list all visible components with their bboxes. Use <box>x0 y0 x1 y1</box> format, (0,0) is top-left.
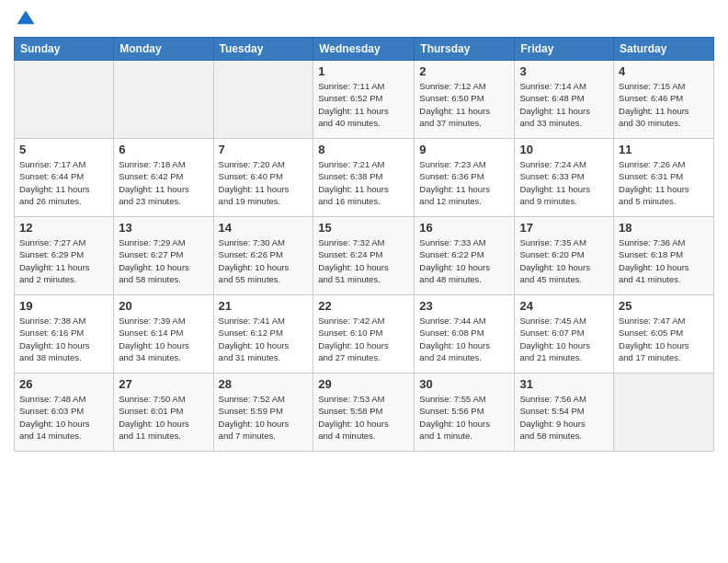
weekday-header-monday: Monday <box>114 38 213 61</box>
calendar-cell: 22Sunrise: 7:42 AM Sunset: 6:10 PM Dayli… <box>313 295 415 373</box>
calendar-cell: 24Sunrise: 7:45 AM Sunset: 6:07 PM Dayli… <box>515 295 614 373</box>
calendar-cell: 2Sunrise: 7:12 AM Sunset: 6:50 PM Daylig… <box>415 61 515 139</box>
day-info: Sunrise: 7:55 AM Sunset: 5:56 PM Dayligh… <box>419 393 509 442</box>
calendar-cell: 1Sunrise: 7:11 AM Sunset: 6:52 PM Daylig… <box>313 61 415 139</box>
day-number: 3 <box>519 64 609 78</box>
calendar-week-row: 19Sunrise: 7:38 AM Sunset: 6:16 PM Dayli… <box>15 295 714 373</box>
day-info: Sunrise: 7:18 AM Sunset: 6:42 PM Dayligh… <box>119 158 208 207</box>
calendar-week-row: 1Sunrise: 7:11 AM Sunset: 6:52 PM Daylig… <box>15 61 714 139</box>
day-number: 27 <box>119 377 208 391</box>
day-number: 13 <box>119 221 208 235</box>
day-info: Sunrise: 7:14 AM Sunset: 6:48 PM Dayligh… <box>519 80 609 129</box>
day-info: Sunrise: 7:27 AM Sunset: 6:29 PM Dayligh… <box>19 236 108 285</box>
weekday-header-sunday: Sunday <box>15 38 114 61</box>
calendar-cell: 14Sunrise: 7:30 AM Sunset: 6:26 PM Dayli… <box>213 217 313 295</box>
day-info: Sunrise: 7:52 AM Sunset: 5:59 PM Dayligh… <box>219 393 309 442</box>
calendar-cell: 27Sunrise: 7:50 AM Sunset: 6:01 PM Dayli… <box>114 373 213 452</box>
day-info: Sunrise: 7:12 AM Sunset: 6:50 PM Dayligh… <box>419 80 509 129</box>
day-info: Sunrise: 7:36 AM Sunset: 6:18 PM Dayligh… <box>619 236 709 285</box>
day-number: 20 <box>119 299 208 313</box>
day-info: Sunrise: 7:39 AM Sunset: 6:14 PM Dayligh… <box>119 315 208 363</box>
day-number: 21 <box>219 299 309 313</box>
calendar-cell: 11Sunrise: 7:26 AM Sunset: 6:31 PM Dayli… <box>614 139 714 217</box>
day-info: Sunrise: 7:35 AM Sunset: 6:20 PM Dayligh… <box>519 236 609 285</box>
calendar-cell <box>213 61 313 139</box>
day-number: 9 <box>419 143 509 156</box>
day-number: 15 <box>318 221 409 235</box>
day-number: 4 <box>619 64 709 78</box>
day-info: Sunrise: 7:33 AM Sunset: 6:22 PM Dayligh… <box>419 236 509 285</box>
day-number: 25 <box>619 299 709 313</box>
day-number: 31 <box>519 377 609 391</box>
calendar-cell: 31Sunrise: 7:56 AM Sunset: 5:54 PM Dayli… <box>515 373 614 452</box>
weekday-header-row: SundayMondayTuesdayWednesdayThursdayFrid… <box>15 38 714 61</box>
day-number: 1 <box>318 64 409 78</box>
calendar-header: SundayMondayTuesdayWednesdayThursdayFrid… <box>15 38 714 61</box>
day-info: Sunrise: 7:23 AM Sunset: 6:36 PM Dayligh… <box>419 158 509 207</box>
day-info: Sunrise: 7:38 AM Sunset: 6:16 PM Dayligh… <box>19 315 108 363</box>
day-number: 28 <box>219 377 309 391</box>
day-info: Sunrise: 7:32 AM Sunset: 6:24 PM Dayligh… <box>318 236 409 285</box>
day-number: 16 <box>419 221 509 235</box>
weekday-header-thursday: Thursday <box>415 38 515 61</box>
calendar-week-row: 5Sunrise: 7:17 AM Sunset: 6:44 PM Daylig… <box>15 139 714 217</box>
logo <box>14 9 36 29</box>
calendar-cell: 7Sunrise: 7:20 AM Sunset: 6:40 PM Daylig… <box>213 139 313 217</box>
day-info: Sunrise: 7:21 AM Sunset: 6:38 PM Dayligh… <box>318 158 409 207</box>
calendar-cell: 12Sunrise: 7:27 AM Sunset: 6:29 PM Dayli… <box>15 217 114 295</box>
day-info: Sunrise: 7:44 AM Sunset: 6:08 PM Dayligh… <box>419 315 509 363</box>
calendar-cell: 8Sunrise: 7:21 AM Sunset: 6:38 PM Daylig… <box>313 139 415 217</box>
day-number: 30 <box>419 377 509 391</box>
calendar-cell <box>614 373 714 452</box>
day-info: Sunrise: 7:24 AM Sunset: 6:33 PM Dayligh… <box>519 158 609 207</box>
day-number: 8 <box>318 143 409 156</box>
calendar-cell: 29Sunrise: 7:53 AM Sunset: 5:58 PM Dayli… <box>313 373 415 452</box>
calendar-cell: 4Sunrise: 7:15 AM Sunset: 6:46 PM Daylig… <box>614 61 714 139</box>
calendar-cell: 30Sunrise: 7:55 AM Sunset: 5:56 PM Dayli… <box>415 373 515 452</box>
calendar-body: 1Sunrise: 7:11 AM Sunset: 6:52 PM Daylig… <box>15 61 714 452</box>
day-info: Sunrise: 7:45 AM Sunset: 6:07 PM Dayligh… <box>519 315 609 363</box>
day-number: 19 <box>19 299 108 313</box>
weekday-header-tuesday: Tuesday <box>213 38 313 61</box>
day-number: 29 <box>318 377 409 391</box>
weekday-header-wednesday: Wednesday <box>313 38 415 61</box>
day-number: 14 <box>219 221 309 235</box>
day-info: Sunrise: 7:42 AM Sunset: 6:10 PM Dayligh… <box>318 315 409 363</box>
day-number: 11 <box>619 143 709 156</box>
svg-marker-0 <box>17 10 34 24</box>
weekday-header-friday: Friday <box>515 38 614 61</box>
calendar-cell <box>114 61 213 139</box>
day-number: 24 <box>519 299 609 313</box>
day-info: Sunrise: 7:56 AM Sunset: 5:54 PM Dayligh… <box>519 393 609 442</box>
day-number: 2 <box>419 64 509 78</box>
day-number: 7 <box>219 143 309 156</box>
day-info: Sunrise: 7:26 AM Sunset: 6:31 PM Dayligh… <box>619 158 709 207</box>
calendar-cell: 15Sunrise: 7:32 AM Sunset: 6:24 PM Dayli… <box>313 217 415 295</box>
day-number: 5 <box>19 143 108 156</box>
header <box>14 9 714 29</box>
day-info: Sunrise: 7:11 AM Sunset: 6:52 PM Dayligh… <box>318 80 409 129</box>
day-info: Sunrise: 7:50 AM Sunset: 6:01 PM Dayligh… <box>119 393 208 442</box>
calendar-cell: 20Sunrise: 7:39 AM Sunset: 6:14 PM Dayli… <box>114 295 213 373</box>
day-info: Sunrise: 7:15 AM Sunset: 6:46 PM Dayligh… <box>619 80 709 129</box>
day-info: Sunrise: 7:41 AM Sunset: 6:12 PM Dayligh… <box>219 315 309 363</box>
day-number: 26 <box>19 377 108 391</box>
calendar-table: SundayMondayTuesdayWednesdayThursdayFrid… <box>14 37 714 452</box>
day-info: Sunrise: 7:47 AM Sunset: 6:05 PM Dayligh… <box>619 315 709 363</box>
calendar-cell: 25Sunrise: 7:47 AM Sunset: 6:05 PM Dayli… <box>614 295 714 373</box>
calendar-cell: 10Sunrise: 7:24 AM Sunset: 6:33 PM Dayli… <box>515 139 614 217</box>
calendar-page: SundayMondayTuesdayWednesdayThursdayFrid… <box>0 0 728 563</box>
weekday-header-saturday: Saturday <box>614 38 714 61</box>
calendar-cell: 18Sunrise: 7:36 AM Sunset: 6:18 PM Dayli… <box>614 217 714 295</box>
day-info: Sunrise: 7:48 AM Sunset: 6:03 PM Dayligh… <box>19 393 108 442</box>
logo-icon <box>16 9 36 29</box>
day-info: Sunrise: 7:20 AM Sunset: 6:40 PM Dayligh… <box>219 158 309 207</box>
calendar-cell: 3Sunrise: 7:14 AM Sunset: 6:48 PM Daylig… <box>515 61 614 139</box>
day-info: Sunrise: 7:29 AM Sunset: 6:27 PM Dayligh… <box>119 236 208 285</box>
day-info: Sunrise: 7:53 AM Sunset: 5:58 PM Dayligh… <box>318 393 409 442</box>
day-number: 17 <box>519 221 609 235</box>
calendar-week-row: 26Sunrise: 7:48 AM Sunset: 6:03 PM Dayli… <box>15 373 714 452</box>
day-number: 18 <box>619 221 709 235</box>
calendar-cell <box>15 61 114 139</box>
calendar-cell: 17Sunrise: 7:35 AM Sunset: 6:20 PM Dayli… <box>515 217 614 295</box>
